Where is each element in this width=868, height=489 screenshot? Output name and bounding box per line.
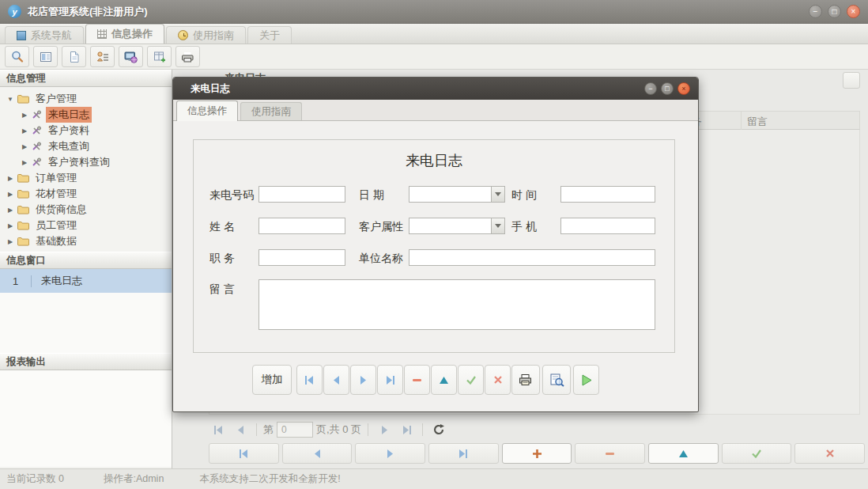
record-cancel-button[interactable]: [794, 443, 865, 464]
page-first-button[interactable]: [209, 421, 228, 438]
add-button[interactable]: 增加: [252, 365, 292, 395]
print-button[interactable]: [511, 365, 540, 395]
cancel-button[interactable]: [485, 365, 511, 395]
form-title: 来电日志: [194, 151, 674, 170]
record-first-button[interactable]: [209, 443, 279, 464]
page-last-button[interactable]: [397, 421, 416, 438]
tree-item-customer-data-query[interactable]: ▶ 客户资料查询: [0, 154, 172, 170]
section-header-report[interactable]: 报表输出: [0, 353, 172, 370]
run-button[interactable]: [573, 365, 599, 395]
time-input[interactable]: [560, 186, 655, 203]
company-input[interactable]: [409, 249, 655, 266]
tree-label-selected[interactable]: 来电日志: [46, 107, 92, 123]
first-record-button[interactable]: [296, 365, 323, 395]
next-page-icon: [379, 425, 390, 435]
message-textarea[interactable]: [259, 279, 655, 330]
dialog-close-button[interactable]: ×: [677, 82, 690, 95]
chevron-right-icon[interactable]: ▶: [21, 112, 28, 119]
window-list-item[interactable]: 1 来电日志: [0, 269, 172, 293]
chevron-right-icon[interactable]: ▶: [6, 207, 14, 214]
tab-user-guide[interactable]: 使用指南: [166, 26, 246, 44]
tree-item-supplier-info[interactable]: ▶ 供货商信息: [0, 202, 172, 218]
phone-input[interactable]: [259, 186, 345, 203]
tree-label[interactable]: 客户资料查询: [46, 154, 112, 170]
tree-label[interactable]: 供货商信息: [33, 202, 89, 218]
tree-item-base-data[interactable]: ▶ 基础数据: [0, 233, 172, 249]
tree-label[interactable]: 来电查询: [46, 138, 92, 154]
record-next-button[interactable]: [355, 443, 425, 464]
dialog-tab-user-guide[interactable]: 使用指南: [240, 102, 302, 120]
collapse-panel-button[interactable]: [843, 72, 860, 89]
record-last-button[interactable]: [428, 443, 499, 464]
section-header-info[interactable]: 信息管理: [0, 70, 172, 87]
chevron-right-icon[interactable]: ▶: [21, 143, 28, 150]
tree-item-staff-mgmt[interactable]: ▶ 员工管理: [0, 218, 172, 233]
close-button[interactable]: ×: [847, 5, 860, 18]
tree-label[interactable]: 订单管理: [33, 170, 79, 186]
preview-button[interactable]: [542, 365, 571, 395]
record-confirm-button[interactable]: [722, 443, 792, 464]
tree-label[interactable]: 花材管理: [33, 186, 79, 202]
tree-item-customer-data[interactable]: ▶ 客户资料: [0, 123, 172, 138]
tree-item-call-log[interactable]: ▶ 来电日志: [0, 107, 172, 123]
chevron-right-icon[interactable]: ▶: [6, 175, 14, 182]
chevron-right-icon[interactable]: ▶: [21, 159, 28, 166]
divider: [368, 423, 368, 436]
tool-icon: [32, 126, 42, 135]
dialog-tab-info-operation[interactable]: 信息操作: [176, 100, 238, 121]
date-combobox[interactable]: [409, 186, 505, 203]
tree-item-flower-mgmt[interactable]: ▶ 花材管理: [0, 186, 172, 202]
chevron-right-icon[interactable]: ▶: [6, 222, 14, 229]
page-next-button[interactable]: [375, 421, 394, 438]
tree-item-customer-mgmt[interactable]: ▼ 客户管理: [0, 91, 172, 107]
user-settings-button[interactable]: [90, 46, 115, 67]
dialog-minimize-button[interactable]: −: [644, 82, 657, 95]
edit-record-button[interactable]: [431, 365, 457, 395]
search-button[interactable]: [5, 46, 29, 67]
tree-label[interactable]: 客户资料: [46, 123, 92, 138]
record-count-label: 当前记录数 0: [6, 472, 64, 486]
last-record-button[interactable]: [377, 365, 403, 395]
chevron-right-icon[interactable]: ▶: [6, 238, 14, 245]
prev-record-button[interactable]: [323, 365, 349, 395]
printer-button[interactable]: [175, 46, 200, 67]
next-record-button[interactable]: [350, 365, 376, 395]
record-prev-button[interactable]: [282, 443, 353, 464]
monitor-button[interactable]: [119, 46, 143, 67]
customer-type-combobox[interactable]: [409, 218, 505, 234]
tree-item-call-query[interactable]: ▶ 来电查询: [0, 138, 172, 154]
refresh-button[interactable]: [429, 421, 448, 438]
delete-record-button[interactable]: [404, 365, 430, 395]
grid-column-message[interactable]: 留言: [747, 115, 768, 129]
job-input[interactable]: [259, 249, 345, 266]
tree-label[interactable]: 客户管理: [33, 91, 79, 107]
tab-info-operation[interactable]: 信息操作: [85, 24, 164, 44]
maximize-button[interactable]: □: [828, 5, 841, 18]
chevron-right-icon[interactable]: ▶: [21, 127, 28, 135]
record-add-button[interactable]: [502, 443, 572, 464]
page-number-input[interactable]: [277, 422, 313, 438]
dropdown-button[interactable]: [491, 218, 504, 233]
dropdown-button[interactable]: [491, 187, 504, 202]
tree-item-order-mgmt[interactable]: ▶ 订单管理: [0, 170, 172, 186]
section-header-window[interactable]: 信息窗口: [0, 252, 172, 269]
tab-about[interactable]: 关于: [247, 26, 292, 44]
confirm-button[interactable]: [458, 365, 484, 395]
page-prev-button[interactable]: [231, 421, 250, 438]
record-delete-button[interactable]: [575, 443, 645, 464]
dialog-maximize-button[interactable]: □: [661, 82, 674, 95]
record-edit-button[interactable]: [648, 443, 719, 464]
run-icon: [581, 374, 592, 386]
table-add-button[interactable]: [147, 46, 172, 67]
divider: [422, 423, 423, 436]
form-list-button[interactable]: [33, 46, 58, 67]
tab-system-nav[interactable]: 系统导航: [5, 26, 84, 44]
mobile-input[interactable]: [560, 218, 655, 234]
name-input[interactable]: [259, 218, 345, 234]
tree-label[interactable]: 员工管理: [33, 218, 79, 233]
chevron-down-icon[interactable]: ▼: [6, 96, 14, 103]
document-button[interactable]: [62, 46, 86, 67]
chevron-right-icon[interactable]: ▶: [6, 191, 14, 198]
tree-label[interactable]: 基础数据: [33, 233, 79, 249]
minimize-button[interactable]: −: [809, 5, 822, 18]
